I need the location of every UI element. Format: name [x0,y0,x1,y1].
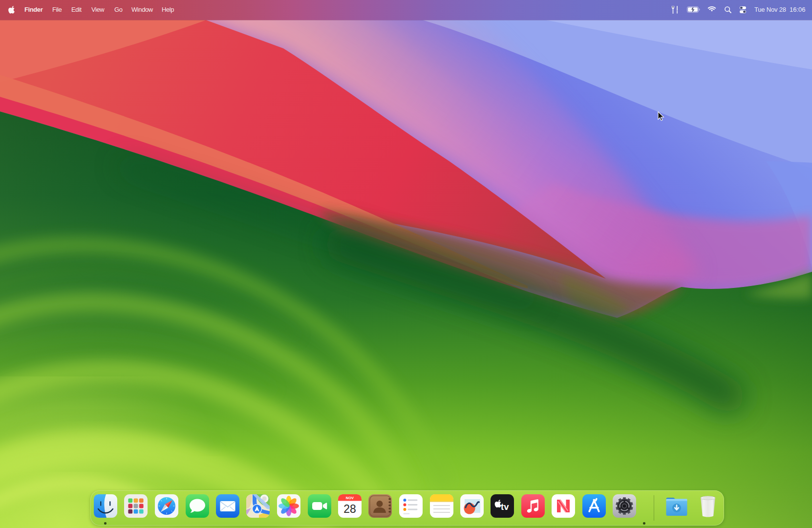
svg-text:NOV: NOV [346,496,354,500]
svg-text:tv: tv [501,502,509,512]
svg-text:28: 28 [343,503,356,515]
